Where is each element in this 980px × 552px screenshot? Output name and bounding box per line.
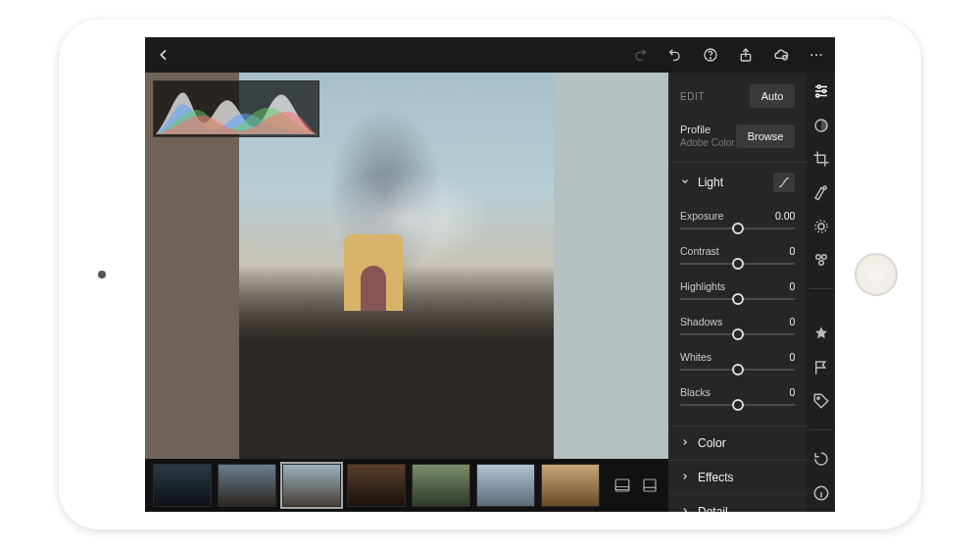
- ipad-frame: EDIT Auto Profile Adobe Color Browse Lig…: [59, 20, 921, 529]
- slider-knob[interactable]: [732, 293, 744, 305]
- thumbnail[interactable]: [476, 464, 535, 507]
- filmstrip-toggle-icon[interactable]: [639, 475, 661, 496]
- section-header-effects[interactable]: Effects: [668, 461, 807, 494]
- svg-point-15: [818, 224, 824, 229]
- slider-track[interactable]: [680, 263, 795, 265]
- slider-knob[interactable]: [732, 258, 744, 270]
- svg-point-1: [710, 58, 710, 59]
- slider-knob[interactable]: [732, 399, 744, 411]
- reset-icon[interactable]: [810, 450, 832, 468]
- slider-label: Blacks: [680, 386, 710, 398]
- section-effects: Effects: [668, 461, 807, 495]
- section-header-detail[interactable]: Detail: [668, 495, 807, 512]
- slider-blacks: Blacks0: [680, 380, 795, 406]
- photo-content: [344, 234, 403, 311]
- slider-value: 0: [790, 245, 796, 257]
- tool-rail: [807, 73, 835, 512]
- canvas-column: [145, 73, 668, 512]
- presets-icon[interactable]: [810, 251, 832, 269]
- svg-point-5: [815, 54, 817, 56]
- section-header-color[interactable]: Color: [668, 427, 807, 460]
- section-light: Light Exposure0.00Contrast0Highlights0Sh…: [668, 163, 807, 427]
- section-title: Color: [698, 436, 795, 450]
- slider-value: 0: [790, 280, 796, 292]
- app-screen: EDIT Auto Profile Adobe Color Browse Lig…: [145, 37, 835, 512]
- help-icon[interactable]: [702, 46, 719, 64]
- slider-value: 0: [790, 386, 796, 398]
- filmstrip: [145, 459, 668, 512]
- auto-button[interactable]: Auto: [750, 84, 796, 108]
- section-header-light[interactable]: Light: [668, 163, 807, 202]
- svg-rect-7: [615, 479, 629, 490]
- thumbnail[interactable]: [282, 464, 341, 507]
- section-color: Color: [668, 427, 807, 461]
- info-icon[interactable]: [810, 484, 832, 502]
- slider-label: Exposure: [680, 210, 723, 222]
- svg-point-18: [821, 255, 826, 260]
- photo-viewport[interactable]: [145, 73, 668, 459]
- flag-icon[interactable]: [810, 359, 832, 376]
- section-detail: Detail: [668, 495, 807, 512]
- svg-point-6: [820, 54, 822, 56]
- thumbnail[interactable]: [541, 464, 600, 507]
- slider-highlights: Highlights0: [680, 275, 795, 300]
- thumbnail[interactable]: [218, 464, 276, 507]
- section-title: Light: [698, 176, 765, 189]
- thumbnail[interactable]: [412, 464, 470, 507]
- browse-profile-button[interactable]: Browse: [736, 125, 796, 148]
- svg-point-12: [815, 94, 818, 97]
- section-title: Detail: [698, 505, 795, 512]
- slider-track[interactable]: [680, 404, 795, 406]
- slider-track[interactable]: [680, 369, 795, 371]
- device-camera: [98, 271, 106, 278]
- histogram[interactable]: [153, 80, 319, 137]
- masking-icon[interactable]: [810, 218, 832, 235]
- undo-icon[interactable]: [666, 46, 684, 64]
- thumbnail[interactable]: [347, 464, 406, 507]
- tag-icon[interactable]: [810, 392, 832, 410]
- svg-point-11: [822, 90, 825, 93]
- slider-label: Highlights: [680, 280, 725, 292]
- slider-value: 0: [790, 316, 796, 327]
- svg-point-19: [818, 261, 823, 266]
- cloud-sync-icon[interactable]: [772, 46, 790, 64]
- color-mix-icon[interactable]: [810, 116, 832, 133]
- edit-sliders-icon[interactable]: [810, 82, 832, 100]
- chevron-right-icon: [680, 472, 690, 483]
- svg-rect-9: [644, 479, 656, 491]
- slider-knob[interactable]: [732, 223, 744, 234]
- back-button[interactable]: [155, 46, 172, 64]
- redo-icon[interactable]: [631, 46, 649, 64]
- chevron-right-icon: [680, 506, 690, 512]
- slider-value: 0: [790, 351, 796, 363]
- chevron-down-icon: [680, 176, 690, 188]
- svg-point-4: [810, 54, 812, 56]
- svg-point-10: [817, 85, 820, 88]
- svg-point-14: [823, 186, 826, 189]
- slider-knob[interactable]: [732, 364, 744, 376]
- profile-value: Adobe Color: [680, 137, 735, 148]
- slider-track[interactable]: [680, 298, 795, 300]
- star-rating-icon[interactable]: [810, 325, 832, 342]
- more-icon[interactable]: [808, 46, 825, 64]
- filmstrip-filter-icon[interactable]: [612, 475, 633, 496]
- slider-label: Whites: [680, 351, 711, 363]
- svg-rect-8: [615, 487, 629, 492]
- crop-icon[interactable]: [810, 150, 832, 168]
- share-icon[interactable]: [737, 46, 755, 64]
- slider-shadows: Shadows0: [680, 310, 795, 335]
- slider-contrast: Contrast0: [680, 239, 795, 265]
- home-button[interactable]: [855, 253, 898, 296]
- slider-track[interactable]: [680, 227, 795, 229]
- chevron-right-icon: [680, 437, 690, 449]
- slider-track[interactable]: [680, 333, 795, 335]
- edit-mode-label: EDIT: [680, 91, 705, 102]
- svg-point-17: [815, 255, 820, 260]
- top-bar: [145, 37, 835, 73]
- healing-brush-icon[interactable]: [810, 183, 832, 201]
- slider-label: Contrast: [680, 245, 719, 257]
- slider-value: 0.00: [775, 210, 795, 222]
- tone-curve-button[interactable]: [773, 173, 795, 192]
- slider-knob[interactable]: [732, 328, 744, 340]
- thumbnail[interactable]: [153, 464, 212, 507]
